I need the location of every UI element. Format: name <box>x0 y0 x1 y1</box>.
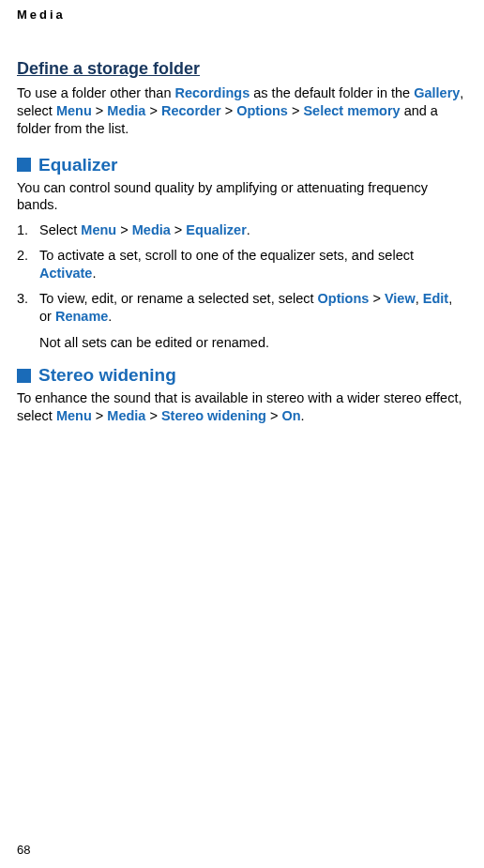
text: . <box>92 266 96 281</box>
link-media: Media <box>132 222 171 237</box>
link-menu: Menu <box>81 222 116 237</box>
section-heading-stereo-widening: Stereo widening <box>17 365 467 386</box>
link-media: Media <box>107 103 145 118</box>
separator: > <box>288 103 304 118</box>
step-number: 2. <box>17 247 28 265</box>
link-view: View <box>385 291 416 306</box>
paragraph-storage-folder: To use a folder other than Recordings as… <box>17 84 467 138</box>
separator: > <box>92 103 108 118</box>
text: , <box>416 291 423 306</box>
section-title-define-storage-folder: Define a storage folder <box>17 59 467 79</box>
equalizer-steps: 1. Select Menu > Media > Equalizer. 2. T… <box>17 221 467 325</box>
text: To activate a set, scroll to one of the … <box>39 248 414 263</box>
step-number: 1. <box>17 221 28 239</box>
section-heading-equalizer: Equalizer <box>17 155 467 175</box>
paragraph-stereo-widening: To enhance the sound that is available i… <box>17 389 467 425</box>
link-edit: Edit <box>423 291 448 306</box>
square-bullet-icon <box>17 369 31 383</box>
separator: > <box>221 103 237 118</box>
separator: > <box>145 408 161 423</box>
link-stereo-widening: Stereo widening <box>161 408 266 423</box>
list-item: 2. To activate a set, scroll to one of t… <box>17 247 467 282</box>
equalizer-note: Not all sets can be edited or renamed. <box>39 334 467 352</box>
link-options: Options <box>318 291 370 306</box>
text: . <box>247 222 250 237</box>
link-menu: Menu <box>56 103 92 118</box>
link-gallery: Gallery <box>414 85 460 100</box>
separator: > <box>145 103 161 118</box>
text: To view, edit, or rename a selected set,… <box>39 291 318 306</box>
link-recordings: Recordings <box>174 85 250 100</box>
step-number: 3. <box>17 290 28 308</box>
link-recorder: Recorder <box>161 103 221 118</box>
running-header: Media <box>17 8 467 22</box>
list-item: 1. Select Menu > Media > Equalizer. <box>17 221 467 239</box>
separator: > <box>266 408 282 423</box>
separator: > <box>369 291 385 306</box>
link-on: On <box>281 408 300 423</box>
separator: > <box>171 222 187 237</box>
text: . <box>301 408 305 423</box>
link-rename: Rename <box>55 309 108 324</box>
section-title-stereo-widening: Stereo widening <box>38 365 176 386</box>
text: as the default folder in the <box>250 85 414 100</box>
link-select-memory: Select memory <box>303 103 400 118</box>
separator: > <box>116 222 132 237</box>
separator: > <box>92 408 108 423</box>
link-options: Options <box>236 103 288 118</box>
text: Select <box>39 222 81 237</box>
link-menu: Menu <box>56 408 92 423</box>
page-number: 68 <box>17 843 30 857</box>
text: . <box>108 309 112 324</box>
paragraph-equalizer-intro: You can control sound quality by amplify… <box>17 179 467 215</box>
text: To use a folder other than <box>17 85 174 100</box>
section-title-equalizer: Equalizer <box>38 155 117 175</box>
link-activate: Activate <box>39 266 92 281</box>
link-equalizer: Equalizer <box>186 222 246 237</box>
link-media: Media <box>107 408 145 423</box>
list-item: 3. To view, edit, or rename a selected s… <box>17 290 467 326</box>
square-bullet-icon <box>17 158 31 172</box>
